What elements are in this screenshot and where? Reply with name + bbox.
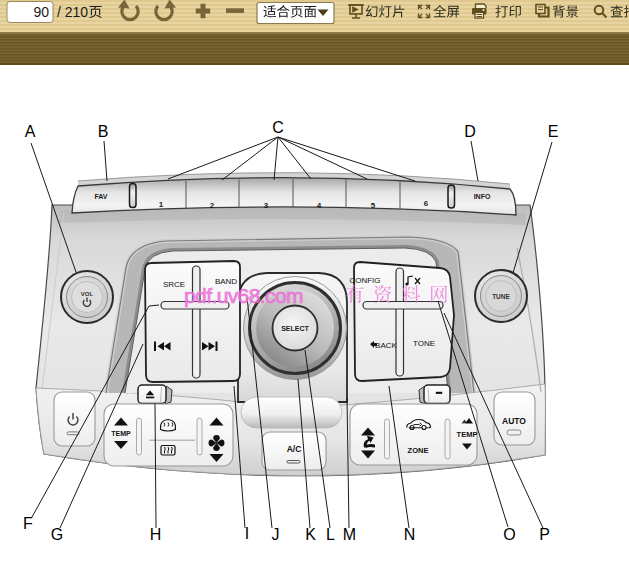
svg-text:B: B (98, 123, 109, 140)
svg-text:L: L (326, 526, 335, 543)
svg-text:J: J (272, 526, 280, 543)
svg-text:/ 210: / 210 (57, 4, 88, 20)
svg-text:E: E (548, 123, 559, 140)
svg-text:P: P (539, 526, 550, 543)
svg-text:TUNE: TUNE (492, 293, 510, 300)
svg-text:AUTO: AUTO (502, 416, 526, 426)
svg-text:1: 1 (159, 200, 164, 209)
svg-text:C: C (272, 119, 284, 136)
svg-text:pdf.uv68.com: pdf.uv68.com (184, 284, 303, 307)
svg-text:TONE: TONE (413, 339, 435, 348)
svg-text:CONFIG: CONFIG (349, 276, 380, 285)
svg-text:90: 90 (33, 4, 49, 20)
svg-text:5: 5 (371, 201, 376, 210)
svg-text:3: 3 (264, 201, 269, 210)
svg-text:A/C: A/C (287, 444, 302, 454)
svg-text:G: G (51, 526, 63, 543)
svg-text:TEMP: TEMP (457, 430, 478, 439)
svg-text:TEMP: TEMP (111, 430, 131, 437)
svg-text:O: O (503, 526, 515, 543)
svg-text:4: 4 (317, 201, 322, 210)
svg-text:A: A (25, 123, 36, 140)
svg-text:I: I (245, 525, 249, 542)
svg-text:D: D (464, 123, 476, 140)
svg-text:FAV: FAV (94, 193, 107, 200)
svg-text:K: K (305, 526, 316, 543)
svg-text:H: H (150, 526, 162, 543)
svg-text:2: 2 (210, 201, 215, 210)
svg-text:VOL: VOL (81, 291, 94, 297)
svg-text:BACK: BACK (375, 341, 397, 350)
svg-text:F: F (23, 515, 33, 532)
svg-text:SELECT: SELECT (281, 325, 309, 332)
svg-text:6: 6 (424, 199, 429, 208)
svg-text:SRCE: SRCE (163, 280, 185, 289)
svg-text:INFO: INFO (474, 193, 491, 200)
svg-text:M: M (343, 526, 356, 543)
svg-text:N: N (404, 526, 416, 543)
svg-text:ZONE: ZONE (408, 446, 429, 455)
